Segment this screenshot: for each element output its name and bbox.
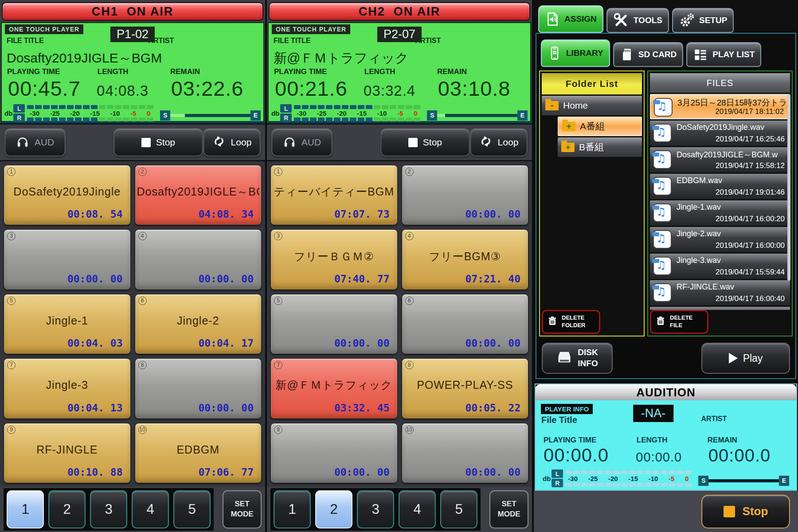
- end-badge: E: [779, 476, 789, 486]
- file-row[interactable]: ♫DoSafety2019Jingle.wav2019/04/17 16:25:…: [650, 121, 790, 146]
- tab-library[interactable]: LIBRARY: [541, 39, 610, 67]
- folder-list: -Home+A番組+B番組: [542, 94, 642, 157]
- pad-5[interactable]: 500:00. 00: [270, 294, 398, 354]
- pad-label: Jingle-3: [6, 379, 129, 391]
- delete-file-button[interactable]: DELETEFILE: [650, 310, 708, 334]
- playing-time-value: 00:21.6: [271, 76, 364, 101]
- pad-number: 7: [7, 361, 16, 369]
- tab-tools[interactable]: TOOLS: [606, 8, 669, 33]
- pad-time: 00:04. 03: [67, 337, 123, 349]
- pad-8[interactable]: 8POWER-PLAY-SS00:05. 22: [402, 358, 529, 419]
- pad-1[interactable]: 1ティーバイティーBGM07:07. 73: [270, 165, 398, 225]
- meter-segment: [35, 105, 42, 109]
- file-row[interactable]: ♫Dosafty2019JIGLE～BGM.w2019/04/17 15:58:…: [650, 147, 790, 172]
- pad-10[interactable]: 10EDBGM07:06. 77: [135, 423, 262, 483]
- set-mode-button[interactable]: SET MODE: [223, 490, 262, 528]
- page-5-button[interactable]: 5: [440, 490, 477, 528]
- meter-scale-label: -10: [649, 475, 658, 482]
- tab-sd-card[interactable]: SD CARD: [613, 42, 684, 67]
- pad-4[interactable]: 4フリーBGM③07:21. 40: [402, 229, 529, 289]
- meter-segment: [613, 470, 620, 474]
- folder-item-Home[interactable]: -Home: [542, 96, 642, 115]
- tab-setup[interactable]: SETUP: [672, 8, 734, 33]
- loop-button[interactable]: Loop: [203, 128, 261, 156]
- stop-button[interactable]: Stop: [380, 128, 470, 156]
- delete-folder-line1: DELETE: [562, 314, 585, 322]
- loop-icon: [212, 135, 226, 150]
- page-3-button[interactable]: 3: [90, 490, 127, 528]
- left-meter-segments: [565, 470, 693, 474]
- meter-segment: [374, 105, 380, 109]
- audition-stop-label: Stop: [743, 505, 768, 518]
- left-meter-segments: [294, 105, 422, 109]
- play-icon: [729, 353, 738, 364]
- meter-scale-label: -20: [70, 110, 80, 117]
- folder-item-A番組[interactable]: +A番組: [558, 117, 642, 136]
- file-row[interactable]: ♫ZENT完パケ0327分.wav: [650, 307, 790, 310]
- channel-1-page-row: 12345 SET MODE: [0, 487, 265, 532]
- meter-segment: [406, 105, 412, 109]
- pad-10[interactable]: 1000:00. 00: [402, 423, 529, 483]
- page-1-button[interactable]: 1: [7, 490, 44, 528]
- page-4-button[interactable]: 4: [399, 490, 436, 528]
- file-row[interactable]: ♫Jingle-1.wav2019/04/17 16:00:20: [650, 200, 790, 226]
- aud-button-label: AUD: [35, 137, 54, 148]
- meter-segment: [589, 483, 596, 487]
- channel-1-column: CH1 ON AIR ONE TOUCH PLAYER FILE TITLE P…: [0, 0, 267, 532]
- file-row[interactable]: ♫RF-JINGLE.wav2019/04/17 16:00:40: [650, 280, 790, 305]
- folder-item-B番組[interactable]: +B番組: [558, 137, 642, 157]
- files-scrollbar[interactable]: [787, 94, 790, 281]
- page-3-button[interactable]: 3: [357, 490, 394, 528]
- pad-number: 8: [405, 361, 414, 369]
- page-5-button[interactable]: 5: [173, 490, 211, 528]
- length-value: 03:32.4: [364, 82, 438, 99]
- page-2-button[interactable]: 2: [315, 490, 352, 528]
- pad-8[interactable]: 800:00. 00: [135, 358, 262, 419]
- aud-button[interactable]: AUD: [4, 128, 66, 156]
- stop-button[interactable]: Stop: [113, 128, 203, 156]
- audition-stop-button[interactable]: Stop: [701, 495, 790, 528]
- pad-2[interactable]: 2Dosafty2019JIGLE～BGM04:08. 34: [135, 165, 262, 225]
- play-button[interactable]: Play: [701, 343, 790, 374]
- meter-segment: [43, 117, 50, 121]
- pad-9[interactable]: 9RF-JINGLE00:10. 88: [4, 423, 131, 483]
- stop-button-label: Stop: [423, 137, 442, 148]
- file-row[interactable]: ♫3月25日～28日15時37分トラフ2019/04/17 18:11:02: [650, 94, 790, 119]
- pad-5[interactable]: 5Jingle-100:04. 03: [4, 294, 131, 354]
- pad-1[interactable]: 1DoSafety2019Jingle00:08. 54: [4, 165, 131, 225]
- db-label: db: [4, 110, 12, 117]
- pad-7[interactable]: 7Jingle-300:04. 13: [4, 358, 131, 419]
- pad-9[interactable]: 900:00. 00: [270, 423, 398, 483]
- file-row[interactable]: ♫Jingle-3.wav2019/04/17 15:59:44: [650, 254, 790, 279]
- file-row[interactable]: ♫Jingle-2.wav2019/04/17 16:00:00: [650, 227, 790, 252]
- delete-folder-button[interactable]: DELETEFOLDER: [542, 310, 600, 334]
- tab-assign[interactable]: ASSIGN: [538, 5, 603, 33]
- pad-3[interactable]: 300:00. 00: [4, 229, 131, 289]
- time-labels-row: PLAYING TIME LENGTH REMAIN: [2, 67, 263, 76]
- aud-button[interactable]: AUD: [271, 128, 332, 156]
- pad-number: 6: [138, 297, 147, 305]
- pad-time: 00:05. 22: [465, 402, 520, 414]
- tab-play-list[interactable]: PLAY LIST: [686, 42, 761, 67]
- page-1-button[interactable]: 1: [274, 490, 311, 528]
- set-mode-button[interactable]: SET MODE: [489, 490, 528, 528]
- app: CH1 ON AIR ONE TOUCH PLAYER FILE TITLE P…: [0, 0, 798, 532]
- pad-2[interactable]: 200:00. 00: [402, 165, 529, 225]
- pad-4[interactable]: 400:00. 00: [135, 229, 262, 289]
- pad-7[interactable]: 7新@ＦＭトラフィック03:32. 45: [270, 358, 398, 419]
- disk-info-button[interactable]: DISKINFO: [542, 343, 613, 374]
- browse-area: Folder List -Home+A番組+B番組 DELETEFOLDER F…: [536, 69, 795, 338]
- pad-label: Jingle-2: [137, 314, 260, 327]
- file-row[interactable]: ♫EDBGM.wav2019/04/17 19:01:46: [650, 174, 790, 199]
- artist-label: ARTIST: [148, 37, 174, 45]
- lr-badges: L R: [552, 469, 563, 487]
- loop-button[interactable]: Loop: [470, 128, 528, 156]
- pad-6[interactable]: 600:00. 00: [402, 294, 529, 354]
- page-4-button[interactable]: 4: [132, 490, 169, 528]
- pad-6[interactable]: 6Jingle-200:04. 17: [135, 294, 262, 354]
- page-2-button[interactable]: 2: [48, 490, 86, 528]
- meter-segment: [91, 105, 98, 109]
- channel-2-page-row: 12345 SET MODE: [267, 487, 532, 532]
- meter-segment: [318, 117, 325, 121]
- pad-3[interactable]: 3フリーＢＧＭ②07:40. 77: [270, 229, 398, 289]
